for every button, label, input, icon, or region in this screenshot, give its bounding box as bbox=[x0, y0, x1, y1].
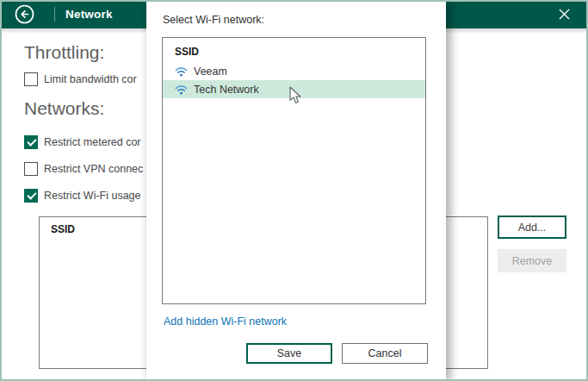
wifi-icon bbox=[175, 66, 188, 77]
network-settings-window: Network Throttling: Limit bandwidth cor … bbox=[0, 0, 588, 381]
ssid-column-header: SSID bbox=[163, 38, 425, 62]
networks-heading: Networks: bbox=[24, 98, 104, 119]
checkbox-row: Restrict Wi-Fi usage bbox=[24, 189, 141, 203]
add-button[interactable]: Add... bbox=[498, 215, 566, 239]
checkbox-label: Restrict Wi-Fi usage bbox=[44, 190, 141, 202]
checkbox-row: Limit bandwidth cor bbox=[24, 72, 137, 86]
wifi-row-selected[interactable]: Tech Network bbox=[163, 80, 425, 98]
back-button[interactable] bbox=[15, 4, 34, 24]
back-arrow-icon bbox=[15, 4, 34, 24]
checkbox-label: Restrict VPN connec bbox=[44, 163, 143, 175]
checkbox-row: Restrict metered cor bbox=[24, 135, 141, 149]
checkbox-checked[interactable] bbox=[24, 135, 38, 149]
add-hidden-wifi-link[interactable]: Add hidden Wi-Fi network bbox=[164, 315, 287, 328]
wifi-icon bbox=[175, 84, 188, 95]
checkbox-unchecked[interactable] bbox=[24, 162, 38, 176]
wifi-network-rows: VeeamTech Network bbox=[163, 62, 425, 98]
checkbox-label: Limit bandwidth cor bbox=[44, 73, 137, 85]
wifi-row[interactable]: Veeam bbox=[163, 62, 425, 80]
checkbox-row: Restrict VPN connec bbox=[24, 162, 143, 176]
wifi-network-name: Tech Network bbox=[194, 84, 259, 96]
select-wifi-network-dialog: Select Wi-Fi network: SSID VeeamTech Net… bbox=[146, 0, 446, 379]
cancel-button[interactable]: Cancel bbox=[342, 343, 428, 364]
close-icon bbox=[559, 9, 570, 20]
save-button[interactable]: Save bbox=[246, 343, 332, 364]
wifi-network-list[interactable]: SSID VeeamTech Network bbox=[162, 37, 426, 304]
remove-button: Remove bbox=[498, 249, 566, 272]
dialog-title: Select Wi-Fi network: bbox=[163, 14, 264, 26]
throttling-heading: Throttling: bbox=[24, 42, 104, 63]
wifi-network-name: Veeam bbox=[194, 66, 227, 78]
checkbox-unchecked[interactable] bbox=[24, 72, 38, 86]
checkbox-label: Restrict metered cor bbox=[44, 136, 141, 148]
checkbox-checked[interactable] bbox=[24, 189, 38, 203]
titlebar-separator bbox=[54, 7, 55, 22]
close-button[interactable] bbox=[548, 0, 579, 28]
page-title: Network bbox=[65, 0, 113, 28]
